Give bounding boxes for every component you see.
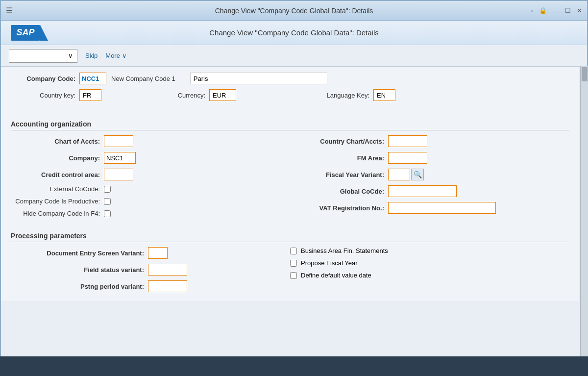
window-title: Change View "Company Code Global Data": …	[215, 7, 373, 15]
default-value-row: Define default value date	[290, 272, 569, 279]
hamburger-menu[interactable]: ☰	[6, 6, 13, 15]
doc-entry-field[interactable]	[148, 247, 168, 259]
status-bar	[0, 356, 588, 376]
fm-area-row: FM Area:	[290, 152, 569, 164]
chart-accts-label: Chart of Accts:	[11, 138, 104, 145]
company-code-field[interactable]	[79, 73, 106, 84]
business-area-row: Business Area Fin. Statements	[290, 247, 569, 254]
nav-lock-icon[interactable]: 🔒	[539, 7, 547, 14]
chart-accts-row: Chart of Accts:	[11, 135, 290, 147]
global-cocode-label: Global CoCde:	[290, 188, 388, 195]
company-field[interactable]	[104, 152, 136, 164]
business-area-checkbox[interactable]	[290, 248, 297, 254]
select-chevron-icon: ∨	[68, 52, 73, 59]
fm-area-label: FM Area:	[290, 154, 388, 162]
vat-row: VAT Registration No.:	[290, 202, 569, 214]
hide-label: Hide Company Code in F4:	[11, 210, 104, 217]
company-label: Company:	[11, 154, 104, 162]
currency-label: Currency:	[141, 92, 209, 99]
productive-row: Company Code Is Productive:	[11, 198, 290, 205]
hide-checkbox[interactable]	[104, 210, 111, 217]
sap-logo-text: SAP	[16, 27, 34, 38]
field-status-row: Field status variant:	[11, 264, 290, 276]
nav-maximize-btn[interactable]: ☐	[565, 7, 571, 14]
fiscal-field[interactable]	[388, 169, 410, 180]
language-field[interactable]	[373, 89, 395, 101]
fiscal-label: Fiscal Year Variant:	[290, 171, 388, 178]
city-field[interactable]	[190, 73, 327, 84]
propose-fiscal-row: Propose Fiscal Year	[290, 259, 569, 267]
hide-row: Hide Company Code in F4:	[11, 210, 290, 217]
toolbar-select[interactable]: ∨	[9, 49, 77, 63]
nav-close-btn[interactable]: ✕	[577, 7, 582, 14]
toolbar: ∨ Skip More ∨	[1, 45, 587, 67]
skip-button[interactable]: Skip	[85, 52, 98, 59]
more-label: More	[105, 52, 120, 59]
company-name-value: New Company Code 1	[111, 75, 175, 82]
fm-area-field[interactable]	[388, 152, 427, 164]
sap-logo: SAP	[11, 25, 40, 41]
field-status-label: Field status variant:	[11, 266, 148, 274]
scrollbar[interactable]	[580, 66, 588, 356]
processing-section-header: Processing parameters	[11, 232, 569, 242]
ext-cocode-row: External CoCode:	[11, 185, 290, 193]
doc-entry-row: Document Entry Screen Variant:	[11, 247, 290, 259]
more-chevron-icon: ∨	[122, 52, 127, 59]
productive-label: Company Code Is Productive:	[11, 198, 104, 205]
vat-field[interactable]	[388, 202, 496, 214]
productive-checkbox[interactable]	[104, 198, 111, 205]
logo-bar: SAP Change View "Company Code Global Dat…	[1, 21, 587, 45]
company-code-row: Company Code: New Company Code 1	[11, 73, 569, 84]
default-value-checkbox[interactable]	[290, 272, 297, 279]
field-status-field[interactable]	[148, 264, 187, 276]
ext-cocode-checkbox[interactable]	[104, 186, 111, 193]
business-area-label: Business Area Fin. Statements	[301, 247, 388, 254]
global-cocode-row: Global CoCde:	[290, 185, 569, 197]
doc-entry-label: Document Entry Screen Variant:	[11, 250, 148, 257]
credit-area-row: Credit control area:	[11, 169, 290, 180]
default-value-label: Define default value date	[301, 272, 371, 279]
company-row: Company:	[11, 152, 290, 164]
scroll-thumb[interactable]	[582, 67, 588, 81]
language-key-label: Language Key:	[305, 92, 373, 99]
page-title: Change View "Company Code Global Data": …	[209, 28, 379, 37]
fiscal-row: Fiscal Year Variant: 🔍	[290, 169, 569, 180]
nav-back-btn[interactable]: ‹	[531, 7, 533, 14]
company-code-label: Company Code:	[11, 75, 79, 82]
global-cocode-field[interactable]	[388, 185, 457, 197]
fiscal-search-button[interactable]: 🔍	[411, 169, 424, 180]
fiscal-group: 🔍	[388, 169, 424, 180]
pstng-period-field[interactable]	[148, 280, 187, 292]
pstng-period-row: Pstng period variant:	[11, 280, 290, 292]
pstng-period-label: Pstng period variant:	[11, 283, 148, 290]
ext-cocode-label: External CoCode:	[11, 185, 104, 193]
more-button[interactable]: More ∨	[105, 52, 127, 59]
propose-fiscal-label: Propose Fiscal Year	[301, 259, 358, 267]
currency-field[interactable]	[209, 89, 236, 101]
country-chart-row: Country Chart/Accts:	[290, 135, 569, 147]
propose-fiscal-checkbox[interactable]	[290, 260, 297, 267]
country-key-label: Country key:	[11, 92, 79, 99]
credit-area-field[interactable]	[104, 169, 133, 180]
country-field[interactable]	[79, 89, 101, 101]
title-bar: ☰ Change View "Company Code Global Data"…	[1, 1, 587, 21]
main-content: Company Code: New Company Code 1 Country…	[1, 67, 579, 301]
country-chart-field[interactable]	[388, 135, 427, 147]
credit-area-label: Credit control area:	[11, 171, 104, 178]
country-chart-label: Country Chart/Accts:	[290, 138, 388, 145]
country-currency-row: Country key: Currency: Language Key:	[11, 89, 569, 101]
accounting-section-header: Accounting organization	[11, 120, 569, 130]
vat-label: VAT Registration No.:	[290, 204, 388, 212]
nav-minimize-btn[interactable]: —	[553, 7, 559, 14]
chart-accts-field[interactable]	[104, 135, 133, 147]
